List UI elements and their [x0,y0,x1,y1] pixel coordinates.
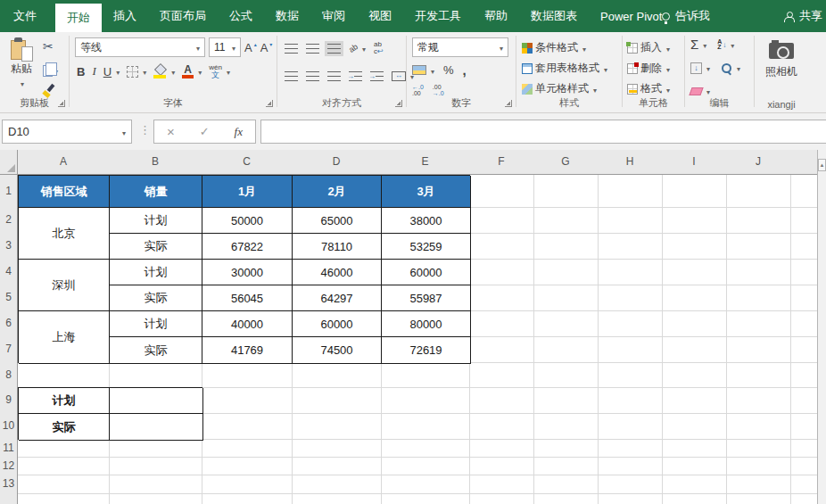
underline-button[interactable]: U [103,65,120,78]
fill-color-button[interactable] [153,65,175,78]
row-label-cell[interactable]: 实际 [110,285,202,311]
summary-plan-value-cell[interactable] [110,388,203,414]
column-header-e[interactable]: E [381,150,469,174]
align-top-button[interactable] [285,44,298,54]
tab-home[interactable]: 开始 [55,4,102,32]
tab-review[interactable]: 审阅 [310,0,357,32]
column-header-c[interactable]: C [202,150,292,174]
row-header-4[interactable]: 4 [0,259,17,285]
data-cell[interactable]: 40000 [202,311,293,337]
name-box[interactable]: D10 [2,120,132,144]
font-dialog-launcher[interactable] [266,100,273,107]
row-label-cell[interactable]: 计划 [110,260,202,285]
data-cell[interactable]: 80000 [382,311,471,337]
tab-formulas[interactable]: 公式 [218,0,264,32]
tab-help[interactable]: 帮助 [473,0,519,32]
data-cell[interactable]: 64297 [293,285,382,311]
decrease-indent-button[interactable] [349,71,362,81]
tab-view[interactable]: 视图 [357,0,403,32]
summary-actual-value-cell[interactable] [110,414,203,441]
column-header-g[interactable]: G [533,150,598,174]
tab-data-chart[interactable]: 数据图表 [519,0,589,32]
tell-me[interactable]: 告诉我 [662,0,710,32]
delete-cells-button[interactable]: 删除 [627,61,670,76]
row-label-cell[interactable]: 计划 [110,311,202,337]
header-cell-sales[interactable]: 销量 [110,176,202,208]
row-header-1[interactable]: 1 [0,175,17,207]
borders-button[interactable] [127,65,146,78]
camera-button[interactable]: 照相机 [755,43,808,79]
cancel-button[interactable]: × [167,124,175,139]
align-bottom-button[interactable] [327,44,341,54]
sort-filter-button[interactable]: AZ [717,38,734,51]
formula-bar-handle[interactable]: ⋮ [139,123,151,136]
row-header-5[interactable]: 5 [0,285,17,310]
data-cell[interactable]: 67822 [202,234,293,260]
paste-button[interactable]: 粘贴 [4,37,39,89]
row-header-6[interactable]: 6 [0,310,17,336]
row-header-12[interactable]: 12 [0,457,17,475]
fill-button[interactable] [690,62,710,74]
cut-button[interactable] [43,39,54,54]
data-cell[interactable]: 38000 [382,208,471,234]
paste-dropdown[interactable] [19,77,24,89]
font-size-select[interactable]: 11 [209,37,241,57]
row-label-cell[interactable]: 实际 [110,234,202,260]
column-header-j[interactable]: J [726,150,790,174]
name-box-dropdown[interactable] [120,125,126,138]
column-header-i[interactable]: I [662,150,726,174]
header-cell-mar[interactable]: 3月 [382,176,471,208]
row-header-7[interactable]: 7 [0,336,17,362]
decrease-decimal-button[interactable]: .00→.0 [433,84,444,96]
data-cell[interactable]: 72619 [382,337,471,364]
header-cell-feb[interactable]: 2月 [293,176,382,208]
cell-styles-button[interactable]: 单元格样式 [522,81,597,96]
orientation-button[interactable]: ab [349,42,366,54]
decrease-font-button[interactable]: A [260,41,273,54]
align-left-button[interactable] [285,71,298,81]
bold-button[interactable]: B [77,65,85,78]
row-header-13[interactable]: 13 [0,475,17,493]
data-cell[interactable]: 78110 [293,234,382,260]
tab-insert[interactable]: 插入 [102,0,148,32]
column-header-b[interactable]: B [109,150,202,174]
data-cell[interactable]: 56045 [202,285,293,311]
increase-indent-button[interactable] [370,71,384,81]
row-header-11[interactable]: 11 [0,439,17,457]
wrap-text-button[interactable]: abc [374,41,384,55]
tab-developer[interactable]: 开发工具 [403,0,473,32]
data-cell[interactable]: 30000 [202,260,293,285]
row-label-cell[interactable]: 计划 [110,208,202,234]
clipboard-dialog-launcher[interactable] [58,100,65,107]
data-cell[interactable]: 55987 [382,285,471,311]
row-header-10[interactable]: 10 [0,413,17,439]
vertical-scrollbar[interactable]: ▲ [817,150,826,504]
phonetic-button[interactable]: wén文 [209,64,230,78]
tab-data[interactable]: 数据 [264,0,310,32]
row-header-8[interactable]: 8 [0,362,17,387]
row-header-3[interactable]: 3 [0,233,17,259]
row-header-9[interactable]: 9 [0,387,17,413]
summary-plan-label-cell[interactable]: 计划 [19,388,110,414]
align-middle-button[interactable] [306,44,319,54]
data-cell[interactable]: 53259 [382,234,471,260]
percent-format-button[interactable]: % [443,63,454,77]
align-right-button[interactable] [327,71,341,81]
row-label-cell[interactable]: 实际 [110,337,202,364]
number-dialog-launcher[interactable] [505,100,512,107]
header-cell-jan[interactable]: 1月 [202,176,293,208]
tab-file[interactable]: 文件 [0,0,50,32]
spreadsheet-grid[interactable]: A B C D E F G H I J 1 2 3 4 5 6 7 8 9 10… [0,150,826,504]
clear-button[interactable] [690,85,710,97]
region-cell-beijing[interactable]: 北京 [19,208,110,260]
region-cell-shanghai[interactable]: 上海 [19,311,110,364]
increase-decimal-button[interactable]: ←.0.00 [412,84,424,96]
share-button[interactable]: 共享 [784,0,822,32]
data-cell[interactable]: 74500 [293,337,382,364]
scroll-up-button[interactable]: ▲ [818,159,826,171]
autosum-button[interactable]: Σ [690,38,706,51]
row-header-2[interactable]: 2 [0,207,17,233]
insert-function-button[interactable]: fx [235,125,243,139]
header-cell-region[interactable]: 销售区域 [19,176,110,208]
alignment-dialog-launcher[interactable] [395,100,402,107]
